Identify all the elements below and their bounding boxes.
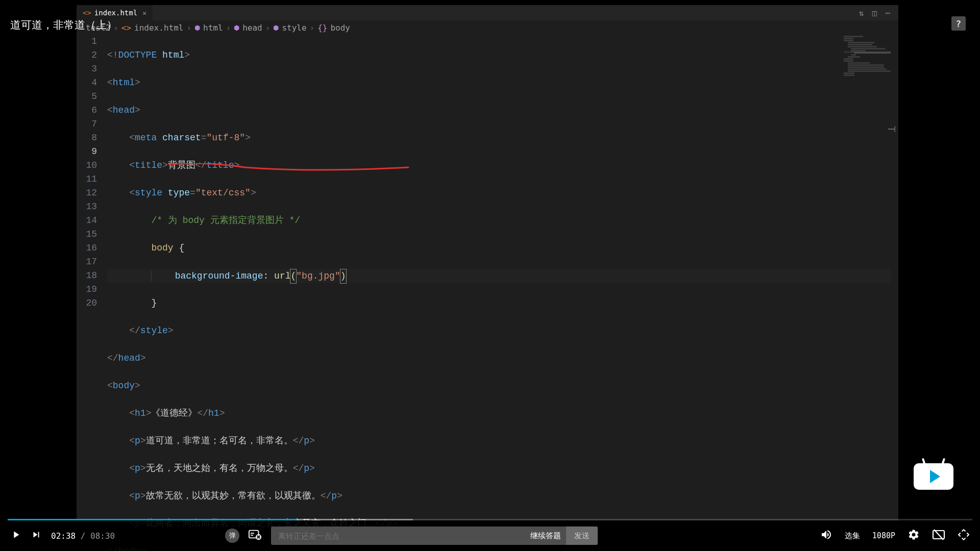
episode-button[interactable]: 选集 [845, 531, 860, 541]
close-icon[interactable]: ✕ [142, 9, 146, 17]
line-number: 13 [77, 200, 97, 214]
code-editor: <> index.html ✕ ⇅ ◫ ⋯ test2› <>index.htm… [77, 5, 898, 520]
line-number: 14 [77, 214, 97, 228]
line-number: 11 [77, 172, 97, 186]
breadcrumb-segment[interactable]: html [203, 23, 223, 33]
settings-icon[interactable] [908, 529, 920, 543]
send-button[interactable]: 发送 [566, 527, 598, 545]
pip-logo-icon[interactable] [914, 463, 953, 490]
tab-label: index.html [94, 9, 137, 17]
symbol-icon: {} [317, 23, 327, 33]
play-button[interactable] [10, 529, 21, 543]
line-number: 6 [77, 104, 97, 117]
symbol-icon: ⬢ [234, 24, 239, 32]
line-number: 19 [77, 283, 97, 296]
line-number: 9 [77, 145, 97, 159]
line-number: 4 [77, 76, 97, 90]
tab-bar: <> index.html ✕ ⇅ ◫ ⋯ [77, 5, 898, 20]
tab-actions: ⇅ ◫ ⋯ [859, 8, 898, 18]
compare-icon[interactable]: ⇅ [859, 8, 864, 18]
time-display: 02:38 / 08:30 [51, 531, 115, 541]
line-number: 18 [77, 269, 97, 283]
line-number: 16 [77, 241, 97, 255]
breadcrumb-segment[interactable]: head [242, 23, 262, 33]
danmu-settings-icon[interactable] [249, 529, 262, 543]
html-file-icon: <> [121, 23, 131, 33]
breadcrumb-segment[interactable]: index.html [134, 23, 183, 33]
line-number: 3 [77, 62, 97, 76]
help-icon[interactable]: ? [951, 16, 966, 31]
time-total: 08:30 [90, 531, 115, 541]
symbol-icon: ⬢ [194, 24, 200, 32]
line-number: 20 [77, 296, 97, 310]
code-content[interactable]: <!DOCTYPE html> <html> <head> <meta char… [107, 35, 898, 551]
symbol-icon: ⬢ [273, 24, 279, 32]
line-number: 10 [77, 159, 97, 172]
line-number: 15 [77, 228, 97, 241]
breadcrumb-segment[interactable]: style [282, 23, 306, 33]
time-current: 02:38 [51, 531, 76, 541]
split-icon[interactable]: ◫ [872, 8, 877, 18]
right-controls: 选集 1080P [820, 529, 970, 543]
line-number: 12 [77, 186, 97, 200]
line-number: 5 [77, 90, 97, 104]
pip-icon[interactable] [932, 529, 945, 543]
quality-button[interactable]: 1080P [872, 531, 895, 540]
code-area[interactable]: 1 2 3 4 5 6 7 8 9 10 11 12 13 14 15 16 1… [77, 35, 898, 551]
line-number: 7 [77, 117, 97, 131]
line-number: 8 [77, 131, 97, 145]
volume-icon[interactable] [820, 529, 832, 543]
danmu-hint[interactable]: 继续答题 [530, 531, 566, 541]
breadcrumb-segment[interactable]: body [330, 23, 350, 33]
next-button[interactable] [31, 529, 42, 543]
line-number: 1 [77, 35, 97, 48]
line-number: 2 [77, 48, 97, 62]
breadcrumb[interactable]: test2› <>index.html› ⬢html› ⬢head› ⬢styl… [77, 20, 898, 35]
line-number: 17 [77, 255, 97, 269]
danmu-input-container: 继续答题 发送 [271, 527, 598, 545]
danmu-toggle[interactable]: 弹 [225, 529, 239, 543]
more-icon[interactable]: ⋯ [885, 8, 890, 18]
minimap[interactable] [844, 36, 892, 362]
danmu-input[interactable] [271, 532, 530, 540]
video-title: 道可道，非常道（上） [10, 18, 117, 32]
html-file-icon: <> [83, 9, 91, 17]
scroll-ruler[interactable]: T [891, 33, 898, 520]
fullscreen-icon[interactable] [958, 529, 970, 543]
line-gutter: 1 2 3 4 5 6 7 8 9 10 11 12 13 14 15 16 1… [77, 35, 107, 551]
video-controls: 02:38 / 08:30 弹 继续答题 发送 选集 1080P [0, 520, 980, 551]
